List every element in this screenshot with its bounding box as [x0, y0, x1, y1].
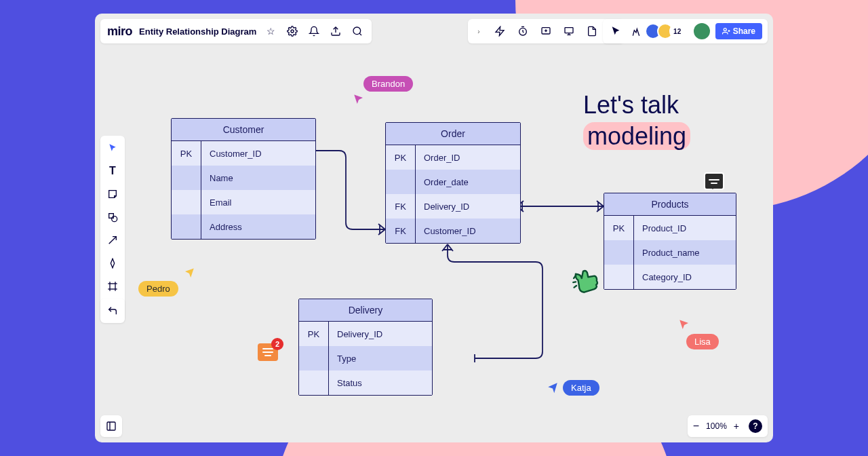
entity-row: Name — [172, 166, 315, 190]
entity-row: Order_date — [386, 170, 520, 194]
comment-badge: 2 — [271, 338, 283, 350]
entity-row: PKOrder_ID — [386, 145, 520, 170]
entity-row: Status — [299, 370, 432, 395]
cursor-pedro-arrow — [183, 267, 195, 282]
entity-header: Delivery — [299, 299, 432, 322]
heading-line1: Let's talk — [583, 91, 679, 119]
entity-row: Category_ID — [604, 265, 736, 289]
thumbsup-sticker[interactable] — [567, 262, 604, 304]
entity-row: FKCustomer_ID — [386, 218, 520, 243]
cursor-katja-label: Katja — [563, 380, 599, 396]
canvas-heading[interactable]: Let's talk modeling — [583, 90, 690, 152]
entity-row: FKDelivery_ID — [386, 194, 520, 218]
entity-row: Address — [172, 214, 315, 239]
entity-delivery[interactable]: Delivery PKDelivery_ID Type Status — [298, 299, 433, 396]
entity-customer[interactable]: Customer PKCustomer_ID Name Email Addres… — [171, 118, 316, 240]
entity-header: Order — [386, 123, 520, 145]
cursor-pedro-label: Pedro — [138, 281, 178, 297]
entity-row: Product_name — [604, 240, 736, 265]
dark-comment-sticker[interactable] — [704, 172, 724, 190]
entity-row: Email — [172, 190, 315, 214]
entity-header: Products — [604, 193, 736, 216]
connector-order-delivery — [427, 243, 563, 365]
cursor-brandon-arrow — [353, 94, 365, 109]
entity-row: PKDelivery_ID — [299, 322, 432, 346]
connector-customer-order — [312, 142, 393, 244]
connector-order-products — [515, 200, 610, 227]
cursor-brandon-label: Brandon — [363, 76, 413, 92]
cursor-katja-arrow — [547, 381, 559, 396]
entity-products[interactable]: Products PKProduct_ID Product_name Categ… — [604, 193, 736, 290]
entity-header: Customer — [172, 119, 315, 141]
comment-sticker[interactable]: 2 — [258, 343, 278, 361]
entity-row: PKProduct_ID — [604, 216, 736, 240]
entity-order[interactable]: Order PKOrder_ID Order_date FKDelivery_I… — [385, 122, 521, 244]
heading-line2: modeling — [583, 122, 690, 150]
entity-row: Type — [299, 346, 432, 370]
cursor-lisa-label: Lisa — [686, 334, 719, 349]
entity-row: PKCustomer_ID — [172, 141, 315, 166]
app-window: miro Entity Relationship Diagram ☆ › ⌄ 1… — [95, 14, 773, 442]
cursor-lisa-arrow — [678, 319, 690, 334]
canvas[interactable]: Customer PKCustomer_ID Name Email Addres… — [95, 14, 773, 442]
